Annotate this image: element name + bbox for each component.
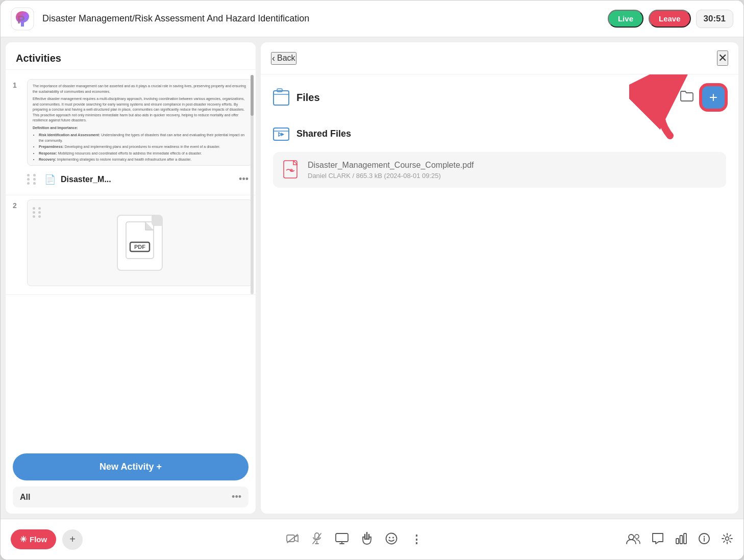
participants-icon[interactable] xyxy=(626,533,640,546)
title-bar-controls: Live Leave 30:51 xyxy=(608,10,733,28)
activity-menu-btn-1[interactable]: ••• xyxy=(235,172,253,187)
pdf-file-icon xyxy=(283,160,300,180)
flow-button[interactable]: ✳ Flow xyxy=(11,529,56,549)
scrollbar-track[interactable] xyxy=(251,75,254,294)
chat-icon[interactable] xyxy=(652,532,664,547)
files-section: Files xyxy=(261,74,738,514)
asterisk-icon: ✳ xyxy=(20,534,27,544)
files-header-section: Files xyxy=(273,85,726,110)
files-row: Files xyxy=(273,85,726,110)
svg-point-27 xyxy=(629,534,634,540)
bottom-center-icons: ⋮ xyxy=(89,532,620,547)
left-panel: Activities 1 The importance of disaster … xyxy=(6,42,256,514)
main-content: Activities 1 The importance of disaster … xyxy=(1,37,743,519)
new-folder-icon[interactable] xyxy=(680,90,693,105)
svg-rect-6 xyxy=(274,91,289,105)
file-item[interactable]: Disaster_Management_Course_Complete.pdf … xyxy=(273,152,726,188)
bottom-bar: ✳ Flow + xyxy=(1,519,743,559)
file-info: Disaster_Management_Course_Complete.pdf … xyxy=(308,161,716,180)
right-panel-header: ‹ Back ✕ xyxy=(261,42,738,74)
svg-rect-29 xyxy=(676,539,679,544)
doc-text-preview: The importance of disaster management ca… xyxy=(28,80,252,166)
files-title-area: Files xyxy=(273,88,655,107)
close-button[interactable]: ✕ xyxy=(717,50,728,66)
shared-files-icon xyxy=(273,125,289,142)
activities-heading: Activities xyxy=(6,42,256,70)
leave-button[interactable]: Leave xyxy=(649,10,691,28)
activity-number-1: 1 xyxy=(6,75,24,195)
file-meta: Daniel CLARK / 865.3 kB (2024-08-01 09:2… xyxy=(308,172,716,180)
activity-item-2[interactable]: 2 xyxy=(6,195,256,295)
file-name: Disaster_Management_Course_Complete.pdf xyxy=(308,161,716,170)
activity-footer-1: 📄 Disaster_M... ••• xyxy=(27,170,253,191)
back-button[interactable]: ‹ Back xyxy=(271,52,296,65)
activity-name-1: Disaster_M... xyxy=(61,175,230,184)
settings-icon[interactable] xyxy=(721,532,733,547)
screen-share-icon[interactable] xyxy=(335,533,349,546)
chevron-left-icon: ‹ xyxy=(272,53,275,64)
svg-point-14 xyxy=(290,169,293,172)
search-icon[interactable] xyxy=(662,90,673,105)
activity-number-2: 2 xyxy=(6,195,24,294)
poll-icon[interactable] xyxy=(675,532,687,547)
plus-icon: + xyxy=(709,90,717,105)
activity-content-1: The importance of disaster management ca… xyxy=(24,75,256,195)
svg-point-25 xyxy=(389,537,390,538)
svg-point-33 xyxy=(704,536,705,537)
shared-files-row: Shared Files xyxy=(273,125,726,142)
files-folder-icon xyxy=(273,88,289,107)
drag-handle-2[interactable] xyxy=(33,207,42,218)
svg-point-24 xyxy=(386,533,396,544)
files-heading: Files xyxy=(296,92,320,104)
svg-rect-31 xyxy=(684,533,686,544)
scrollbar-thumb[interactable] xyxy=(251,75,254,116)
mic-off-icon[interactable] xyxy=(312,532,322,547)
svg-point-35 xyxy=(726,537,729,540)
filter-menu-button[interactable]: ••• xyxy=(232,492,241,502)
camera-off-icon[interactable] xyxy=(286,533,299,546)
svg-text:P: P xyxy=(17,13,25,26)
flow-label: Flow xyxy=(30,535,47,544)
activity-item-1[interactable]: 1 The importance of disaster management … xyxy=(6,75,256,195)
app-logo: P xyxy=(11,7,34,31)
shared-files-heading: Shared Files xyxy=(296,129,351,139)
live-badge[interactable]: Live xyxy=(608,10,643,28)
session-timer: 30:51 xyxy=(696,10,733,28)
activities-list: 1 The importance of disaster management … xyxy=(6,70,256,447)
info-icon[interactable] xyxy=(699,533,710,546)
activity-content-2: PDF xyxy=(24,195,256,294)
pdf-icon-big: PDF xyxy=(117,215,163,271)
filter-label: All xyxy=(20,493,30,502)
filter-row: All ••• xyxy=(13,487,249,507)
svg-rect-21 xyxy=(336,533,348,542)
svg-rect-30 xyxy=(680,536,683,544)
drag-handle-1[interactable] xyxy=(27,174,37,185)
back-label: Back xyxy=(277,54,295,63)
right-panel: ‹ Back ✕ xyxy=(261,42,738,514)
hand-raise-icon[interactable] xyxy=(362,532,372,547)
svg-point-26 xyxy=(392,537,394,538)
title-bar: P Disaster Management/Risk Assessment An… xyxy=(1,1,743,37)
add-file-button[interactable]: + xyxy=(701,85,726,110)
bottom-right-icons xyxy=(626,532,733,547)
files-actions: + xyxy=(662,85,726,110)
emoji-icon[interactable] xyxy=(385,532,398,547)
page-title: Disaster Management/Risk Assessment And … xyxy=(42,13,608,24)
svg-text:PDF: PDF xyxy=(134,244,145,250)
add-button[interactable]: + xyxy=(62,529,83,550)
doc-icon-1: 📄 xyxy=(44,174,56,185)
activity-doc-preview-1: The importance of disaster management ca… xyxy=(27,79,253,166)
svg-point-28 xyxy=(635,534,639,539)
more-options-icon[interactable]: ⋮ xyxy=(411,533,423,546)
activity-doc-preview-2: PDF xyxy=(27,199,253,286)
new-activity-button[interactable]: New Activity + xyxy=(13,453,249,480)
